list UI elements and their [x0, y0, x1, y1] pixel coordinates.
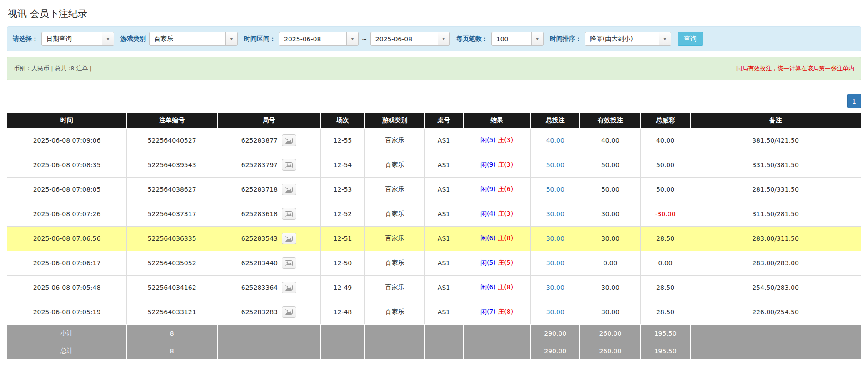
sort-select[interactable]: 降幂(由大到小) ▼ [585, 32, 671, 46]
round-detail-button[interactable] [282, 282, 296, 293]
round-detail-button[interactable] [282, 208, 296, 220]
column-header: 桌号 [424, 112, 463, 128]
total-bet-link[interactable]: 30.00 [546, 308, 564, 316]
total-bet-link[interactable]: 50.00 [546, 186, 564, 193]
cell-game-type: 百家乐 [365, 251, 425, 275]
round-id-text: 625283718 [241, 186, 278, 193]
query-type-group: 请选择： 日期查询 ▼ [13, 32, 114, 46]
result-player: 闲(5) [480, 259, 496, 266]
cell-bet-id: 522564033121 [127, 300, 217, 324]
cell-bet-id: 522564034162 [127, 275, 217, 300]
cell-time: 2025-06-08 07:08:35 [7, 153, 127, 177]
cell-bet-id: 522564039543 [127, 153, 217, 177]
date-to-select[interactable]: 2025-06-08 ▼ [370, 32, 450, 46]
result-banker: 庄(6) [498, 185, 513, 193]
cell-total-bet: 30.00 [530, 275, 580, 300]
cell-table-no: AS1 [424, 177, 463, 202]
cell-time: 2025-06-08 07:05:48 [7, 275, 127, 300]
cell-round-id: 625283283 [217, 300, 320, 324]
image-icon [285, 162, 293, 168]
cell-payout: 50.00 [641, 177, 690, 202]
sort-value: 降幂(由大到小) [585, 32, 659, 45]
cell-time: 2025-06-08 07:06:56 [7, 226, 127, 251]
page-container: 视讯 会员下注纪录 请选择： 日期查询 ▼ 游戏类别 百家乐 ▼ 时间区间： 2… [0, 0, 868, 369]
page-size-select[interactable]: 100 ▼ [491, 32, 544, 46]
total-bet-link[interactable]: 30.00 [546, 235, 564, 242]
result-banker: 庄(8) [498, 234, 513, 242]
cell-game-type: 百家乐 [365, 153, 425, 177]
image-icon [285, 285, 293, 291]
game-type-select[interactable]: 百家乐 ▼ [149, 32, 238, 46]
column-header: 注单编号 [127, 112, 217, 128]
query-type-label: 请选择： [13, 35, 38, 43]
image-icon [285, 236, 293, 242]
payout-value: -30.00 [655, 210, 676, 218]
page-title: 视讯 会员下注纪录 [7, 5, 861, 26]
round-detail-button[interactable] [282, 184, 296, 195]
image-icon [285, 211, 293, 217]
payout-value: 28.50 [656, 308, 674, 316]
cell-bet-id: 522564037317 [127, 202, 217, 226]
result-player: 闲(9) [480, 185, 496, 193]
cell-total-bet: 30.00 [530, 202, 580, 226]
result-player: 闲(9) [480, 161, 496, 168]
time-range-group: 时间区间： 2025-06-08 ▼ ~ 2025-06-08 ▼ [244, 32, 450, 46]
round-detail-button[interactable] [282, 159, 296, 171]
cell-payout: 28.50 [641, 226, 690, 251]
search-button[interactable]: 查询 [678, 32, 703, 46]
cell-note: 254.50/283.00 [690, 275, 861, 300]
cell-result: 闲(7) 庄(8) [463, 300, 530, 324]
cell-payout: 40.00 [641, 128, 690, 153]
chevron-down-icon[interactable]: ▼ [225, 32, 237, 45]
cell-time: 2025-06-08 07:05:19 [7, 300, 127, 324]
cell-session: 12-53 [320, 177, 365, 202]
cell-round-id: 625283543 [217, 226, 320, 251]
total-bet-link[interactable]: 50.00 [546, 161, 564, 169]
sort-group: 时间排序： 降幂(由大到小) ▼ [550, 32, 671, 46]
result-player: 闲(5) [480, 136, 496, 144]
total-bet-link[interactable]: 30.00 [546, 259, 564, 267]
cell-table-no: AS1 [424, 128, 463, 153]
total-bet-link[interactable]: 30.00 [546, 284, 564, 291]
round-detail-button[interactable] [282, 134, 296, 146]
cell-game-type: 百家乐 [365, 177, 425, 202]
payout-value: 0.00 [658, 259, 673, 267]
cell-game-type: 百家乐 [365, 275, 425, 300]
round-detail-button[interactable] [282, 233, 296, 244]
column-header: 有效投注 [580, 112, 640, 128]
table-row: 2025-06-08 07:05:48522564034162625283364… [7, 275, 861, 300]
round-id-text: 625283797 [241, 161, 278, 169]
cell-total-bet: 30.00 [530, 300, 580, 324]
payout-value: 50.00 [656, 186, 674, 193]
chevron-down-icon[interactable]: ▼ [346, 32, 358, 45]
date-from-select[interactable]: 2025-06-08 ▼ [279, 32, 359, 46]
cell-total-bet: 50.00 [530, 153, 580, 177]
query-type-select[interactable]: 日期查询 ▼ [41, 32, 114, 46]
summary-bar: 币别：人民币 | 总共 :8 注单 | 同局有效投注，统一计算在该局第一张注单内 [7, 57, 861, 80]
page-1-button[interactable]: 1 [847, 94, 861, 108]
chevron-down-icon[interactable]: ▼ [438, 32, 449, 45]
cell-result: 闲(6) 庄(8) [463, 275, 530, 300]
round-detail-button[interactable] [282, 257, 296, 269]
cell-game-type: 百家乐 [365, 128, 425, 153]
summary-row: 总计8290.00260.00195.50 [7, 342, 861, 360]
payout-value: 28.50 [656, 235, 674, 242]
cell-valid-bet: 50.00 [580, 177, 640, 202]
total-bet-link[interactable]: 40.00 [546, 137, 564, 144]
chevron-down-icon[interactable]: ▼ [102, 32, 114, 45]
summary-payout: 195.50 [641, 342, 690, 360]
cell-note: 381.50/421.50 [690, 128, 861, 153]
pagination: 1 [7, 94, 861, 108]
cell-game-type: 百家乐 [365, 202, 425, 226]
chevron-down-icon[interactable]: ▼ [531, 32, 543, 45]
cell-session: 12-48 [320, 300, 365, 324]
total-bet-link[interactable]: 30.00 [546, 210, 564, 218]
round-detail-button[interactable] [282, 306, 296, 318]
round-id-text: 625283618 [241, 210, 278, 218]
round-id-text: 625283364 [241, 284, 278, 291]
summary-payout: 195.50 [641, 324, 690, 342]
chevron-down-icon[interactable]: ▼ [659, 32, 671, 45]
cell-payout: 0.00 [641, 251, 690, 275]
cell-result: 闲(9) 庄(3) [463, 153, 530, 177]
column-header: 局号 [217, 112, 320, 128]
